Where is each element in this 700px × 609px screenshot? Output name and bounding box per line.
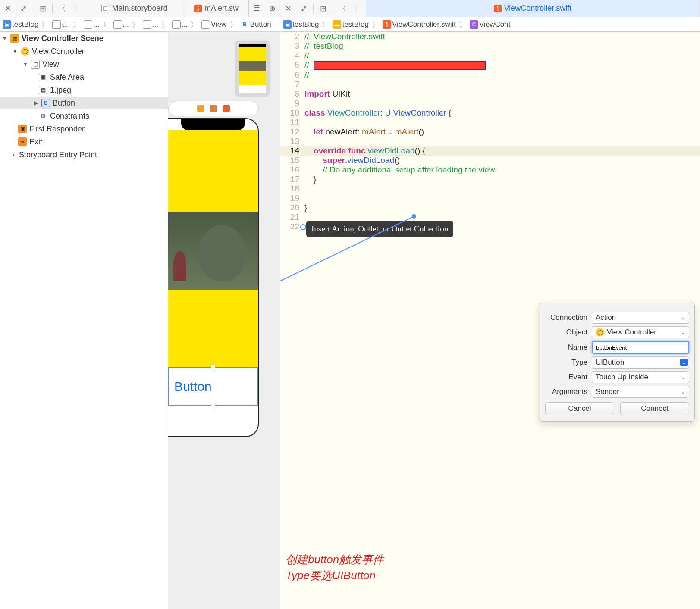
grid-icon[interactable]: ⊞: [316, 3, 330, 15]
close-icon[interactable]: ✕: [1, 3, 15, 15]
kw: let: [314, 127, 323, 136]
vc-dock[interactable]: [168, 101, 259, 116]
crumb[interactable]: ...: [123, 20, 129, 29]
button-icon: B: [241, 20, 249, 29]
label-arguments: Arguments: [545, 387, 587, 396]
canvas-image[interactable]: [168, 212, 258, 290]
disclosure-icon[interactable]: ▶: [33, 100, 39, 106]
left-toolbar: ✕ ⤢ ⊞ 〈 〉 Main.storyboard ⟆ mAlert.sw ≣ …: [0, 0, 280, 17]
outline-label: View Controller: [32, 47, 85, 56]
close-icon[interactable]: ✕: [281, 3, 295, 15]
svg-line-0: [280, 216, 414, 377]
tab-malert[interactable]: ⟆ mAlert.sw: [184, 0, 249, 17]
right-breadcrumb[interactable]: ▣ testBlog〉 ▬ testBlog〉 ⟆ ViewController…: [280, 17, 700, 32]
nav-forward-icon[interactable]: 〉: [71, 3, 85, 15]
crumb[interactable]: testBlog: [342, 20, 368, 29]
code: =: [386, 127, 395, 136]
select-value: Action: [596, 313, 616, 322]
view-icon: [201, 20, 210, 29]
type-select[interactable]: UIButton⌄: [592, 356, 689, 369]
annotation-line: 创建button触发事件: [286, 552, 384, 567]
crumb[interactable]: ViewController.swift: [392, 20, 456, 29]
kw: class: [304, 108, 325, 117]
kw: import: [304, 89, 330, 98]
code: newAlert:: [323, 127, 362, 136]
nav-forward-icon[interactable]: 〉: [351, 3, 365, 15]
object-select[interactable]: ◯View Controller⌄: [592, 326, 689, 338]
grid-icon[interactable]: ⊞: [36, 3, 50, 15]
event-select[interactable]: Touch Up Inside⌄: [592, 371, 689, 383]
document-outline[interactable]: ▼ ▦ View Controller Scene ▼ ◯ View Contr…: [0, 32, 168, 609]
kw: func: [346, 146, 365, 155]
adjust-editor-icon[interactable]: ≣: [250, 3, 264, 15]
nav-back-icon[interactable]: 〈: [336, 3, 349, 15]
vc-icon: [172, 20, 181, 29]
outline-label: Button: [53, 99, 75, 108]
code-editor[interactable]: 2// ViewController.swift 3// testBlog 4/…: [280, 32, 700, 609]
class-icon: C: [470, 20, 478, 29]
minimap[interactable]: [235, 41, 270, 97]
chevron-icon: ⌄: [680, 359, 688, 366]
cancel-button[interactable]: Cancel: [545, 402, 614, 415]
canvas-view-bg[interactable]: [168, 290, 258, 367]
expand-icon[interactable]: ⤢: [16, 3, 30, 15]
connection-select[interactable]: Action⌄: [592, 312, 689, 324]
outline-label: View: [42, 60, 59, 69]
canvas-button[interactable]: Button: [168, 367, 258, 406]
code: // testBlog: [304, 41, 343, 51]
outline-label: First Responder: [29, 125, 85, 134]
crumb[interactable]: Button: [250, 20, 271, 29]
nav-back-icon[interactable]: 〈: [55, 3, 69, 15]
outline-safearea[interactable]: ▣ Safe Area: [0, 71, 168, 84]
insert-tooltip: Insert Action, Outlet, or Outlet Collect…: [306, 221, 453, 237]
code: viewDidLoad: [347, 156, 394, 165]
tab-main-storyboard[interactable]: Main.storyboard: [85, 0, 184, 17]
tab-viewcontroller[interactable]: ⟆ ViewController.swift: [366, 0, 700, 17]
outline-label: View Controller Scene: [22, 34, 104, 43]
name-input[interactable]: [592, 341, 689, 354]
outline-exit[interactable]: ➔ Exit: [0, 135, 168, 148]
crumb[interactable]: ...: [152, 20, 158, 29]
outline-view[interactable]: ▼ ▢ View: [0, 58, 168, 71]
crumb[interactable]: t...: [62, 20, 70, 29]
tab-label: mAlert.sw: [204, 4, 239, 13]
safearea-icon: ▣: [39, 73, 47, 81]
crumb[interactable]: testBlog: [292, 20, 319, 29]
left-breadcrumb[interactable]: ▣ testBlog〉 t...〉 ...〉 ...〉 ...〉 ...〉 Vi…: [0, 17, 280, 32]
code: //: [304, 60, 314, 69]
code: UIKit: [330, 89, 350, 98]
select-value: Touch Up Inside: [596, 373, 648, 381]
ib-canvas[interactable]: Button: [168, 32, 280, 609]
outline-viewcontroller[interactable]: ▼ ◯ View Controller: [0, 45, 168, 58]
device-mock[interactable]: Button: [168, 118, 259, 437]
outline-image[interactable]: ▤ 1.jpeg: [0, 84, 168, 97]
chevron-icon: ⌄: [681, 374, 685, 380]
crumb[interactable]: testBlog: [12, 20, 38, 29]
outline-label: Safe Area: [50, 73, 84, 82]
outline-firstresponder[interactable]: ▣ First Responder: [0, 122, 168, 135]
arguments-select[interactable]: Sender⌄: [592, 386, 689, 398]
crumb[interactable]: ...: [93, 20, 99, 29]
outline-entrypoint[interactable]: → Storyboard Entry Point: [0, 148, 168, 161]
crumb[interactable]: ...: [182, 20, 188, 29]
crumb[interactable]: View: [211, 20, 227, 29]
split-editor-icon[interactable]: ⊕: [265, 3, 279, 15]
folder-icon: [52, 20, 61, 29]
resize-handle[interactable]: [211, 404, 215, 408]
disclosure-icon[interactable]: ▼: [12, 48, 18, 54]
crumb[interactable]: ViewCont: [479, 20, 510, 29]
vc-icon: ◯: [21, 47, 29, 56]
project-icon: ▣: [3, 20, 11, 29]
resize-handle[interactable]: [211, 365, 215, 369]
connect-button[interactable]: Connect: [620, 402, 689, 415]
expand-icon[interactable]: ⤢: [297, 3, 311, 15]
notch: [181, 119, 245, 130]
annotation: 创建button触发事件 Type要选UIButton: [286, 552, 384, 583]
outline-constraints[interactable]: ⊞ Constraints: [0, 109, 168, 122]
disclosure-icon[interactable]: ▼: [2, 35, 8, 41]
outline-scene[interactable]: ▼ ▦ View Controller Scene: [0, 32, 168, 45]
outline-button[interactable]: ▶ B Button: [0, 97, 168, 109]
annotation-line: Type要选UIButton: [286, 568, 384, 583]
canvas-view-bg[interactable]: [168, 130, 258, 212]
disclosure-icon[interactable]: ▼: [22, 61, 28, 67]
